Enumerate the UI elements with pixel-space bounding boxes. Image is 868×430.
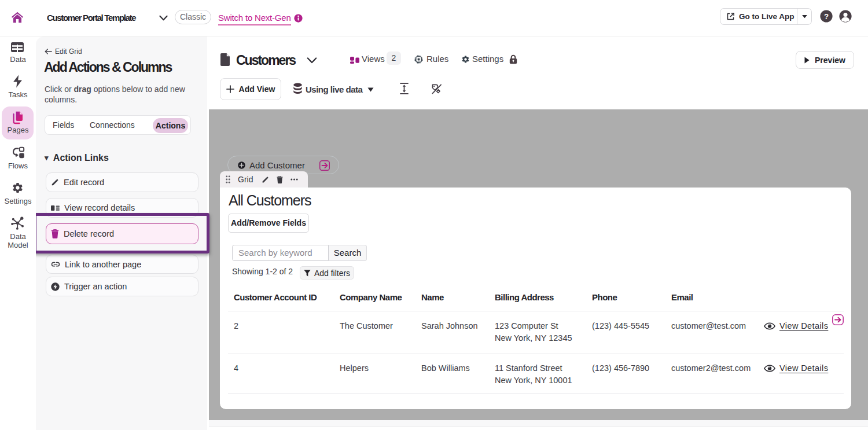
svg-text:?: ? [824, 12, 829, 21]
